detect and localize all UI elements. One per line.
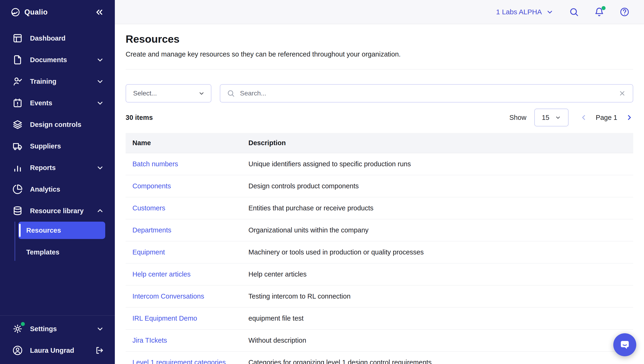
sidebar-subitem-label: Templates (26, 248, 59, 256)
table-row: Departments Organizational units within … (126, 219, 633, 241)
clear-search-icon[interactable] (618, 89, 626, 97)
dashboard-icon (12, 33, 23, 43)
sidebar-item-design-controls[interactable]: Design controls (0, 114, 115, 135)
resource-link[interactable]: Equipment (132, 248, 165, 256)
sidebar-footer: Settings Laura Ungrad (0, 315, 115, 364)
sidebar-subitem-label: Resources (26, 227, 61, 234)
table-row: Components Design controls product compo… (126, 175, 633, 197)
sidebar-item-label: Analytics (30, 186, 104, 193)
logout-icon[interactable] (95, 346, 104, 355)
resource-link[interactable]: Customers (132, 204, 165, 212)
table-row: Intercom Conversations Testing intercom … (126, 285, 633, 307)
sidebar-item-events[interactable]: Events (0, 92, 115, 114)
sidebar-item-label: Suppliers (30, 142, 104, 150)
resource-description: Without description (242, 336, 633, 344)
resource-description: Testing intercom to RL connection (242, 292, 633, 300)
items-count: 30 items (126, 114, 153, 122)
column-header-description: Description (242, 139, 633, 147)
workspace-switcher[interactable]: 1 Labs ALPHA (496, 8, 554, 16)
sidebar-subitem-resources[interactable]: Resources (18, 222, 105, 239)
sidebar-item-training[interactable]: Training (0, 71, 115, 92)
sidebar-subitem-templates[interactable]: Templates (18, 243, 105, 261)
table-row: Jira TIckets Without description (126, 329, 633, 351)
resource-description: Help center articles (242, 270, 633, 278)
previous-page-icon[interactable] (580, 114, 588, 122)
chevron-down-icon (96, 56, 104, 64)
document-icon (12, 55, 23, 65)
sidebar-item-reports[interactable]: Reports (0, 157, 115, 178)
chevron-down-icon (555, 115, 561, 121)
next-page-icon[interactable] (625, 114, 633, 122)
table-row: Customers Entities that purchase or rece… (126, 197, 633, 219)
resource-link[interactable]: Level 1 requirement categories (132, 358, 226, 364)
workspace-name: 1 Labs ALPHA (496, 8, 542, 16)
resource-link[interactable]: Intercom Conversations (132, 292, 204, 300)
sidebar-item-analytics[interactable]: Analytics (0, 178, 115, 200)
filter-select[interactable]: Select... (126, 84, 212, 103)
table-row: Batch numbers Unique identifiers assigne… (126, 153, 633, 175)
filter-row: Select... (126, 84, 633, 103)
topbar: 1 Labs ALPHA (115, 0, 644, 24)
bar-chart-icon (12, 163, 23, 173)
resource-link[interactable]: Departments (132, 226, 171, 234)
sidebar-item-label: Events (30, 99, 89, 107)
resource-description: Machinery or tools used in production or… (242, 248, 633, 256)
user-name: Laura Ungrad (30, 347, 88, 354)
sidebar-item-label: Reports (30, 164, 89, 172)
notifications-bell-icon[interactable] (594, 7, 604, 17)
resource-library-subnav: Resources Templates (14, 222, 105, 261)
show-label: Show (510, 114, 526, 122)
sidebar-item-documents[interactable]: Documents (0, 49, 115, 71)
sidebar-item-label: Documents (30, 56, 89, 64)
list-meta-row: 30 items Show 15 Page 1 (126, 109, 633, 126)
main-area: 1 Labs ALPHA Resources Create and manage… (115, 0, 644, 364)
sidebar: Qualio Dashboard Documents (0, 0, 115, 364)
sidebar-nav: Dashboard Documents Training (0, 24, 115, 315)
sidebar-item-resource-library[interactable]: Resource library (0, 200, 115, 222)
sidebar-item-dashboard[interactable]: Dashboard (0, 28, 115, 49)
resource-link[interactable]: Jira TIckets (132, 336, 167, 344)
active-indicator-bar (19, 224, 20, 237)
resource-link[interactable]: Batch numbers (132, 160, 178, 168)
search-icon[interactable] (569, 7, 579, 17)
qualio-logo: Qualio (10, 7, 48, 17)
sidebar-collapse-icon[interactable] (94, 7, 104, 17)
help-icon[interactable] (620, 7, 630, 17)
resource-description: Categories for organizing level 1 design… (242, 358, 633, 364)
page-subtitle: Create and manage key resources so they … (126, 51, 633, 58)
search-input[interactable] (240, 90, 613, 97)
page-size-select[interactable]: 15 (534, 109, 568, 126)
chevron-down-icon (546, 8, 554, 16)
truck-icon (12, 141, 23, 151)
chevron-down-icon (198, 90, 205, 97)
table-row: Level 1 requirement categories Categorie… (126, 351, 633, 364)
person-check-icon (12, 76, 23, 87)
sidebar-item-label: Resource library (30, 207, 89, 215)
page-content: Resources Create and manage key resource… (115, 24, 644, 364)
sidebar-header: Qualio (0, 0, 115, 24)
sidebar-item-suppliers[interactable]: Suppliers (0, 135, 115, 157)
page-indicator: Page 1 (596, 114, 617, 122)
resource-link[interactable]: Help center articles (132, 270, 190, 278)
sidebar-item-label: Dashboard (30, 35, 104, 42)
sidebar-item-settings[interactable]: Settings (0, 318, 115, 340)
app-name: Qualio (24, 8, 48, 17)
resource-link[interactable]: Components (132, 182, 171, 190)
intercom-chat-launcher[interactable] (613, 333, 636, 356)
resource-description: Entities that purchase or receive produc… (242, 204, 633, 212)
page-size-value: 15 (542, 114, 549, 122)
resource-link[interactable]: IRL Equipment Demo (132, 314, 197, 322)
pagination: Show 15 Page 1 (510, 109, 633, 126)
pie-chart-icon (12, 184, 23, 194)
layers-icon (12, 119, 23, 130)
chevron-down-icon (96, 164, 104, 172)
database-icon (12, 206, 23, 216)
qualio-logo-icon (10, 7, 20, 17)
resource-description: equipment file test (242, 314, 633, 322)
resources-table: Name Description Batch numbers Unique id… (126, 133, 633, 364)
column-header-name: Name (126, 139, 242, 147)
sidebar-item-label: Training (30, 78, 89, 85)
table-row: Equipment Machinery or tools used in pro… (126, 241, 633, 263)
chevron-down-icon (96, 325, 104, 333)
sidebar-item-user[interactable]: Laura Ungrad (0, 340, 115, 361)
